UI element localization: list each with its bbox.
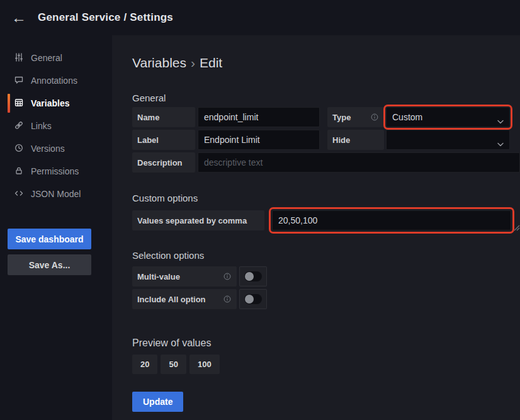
top-header: ← General Service / Settings [0, 0, 520, 35]
breadcrumb-variables-link[interactable]: Variables [132, 55, 186, 70]
toggle-track [244, 271, 262, 281]
sidebar-item-variables[interactable]: Variables [0, 92, 112, 115]
label-label: Label [132, 130, 195, 150]
selection-options-heading: Selection options [132, 250, 204, 261]
sidebar-item-label: JSON Model [31, 189, 81, 199]
toggle-knob [245, 295, 254, 304]
sidebar-item-annotations[interactable]: Annotations [0, 69, 112, 92]
sidebar-item-versions[interactable]: Versions [0, 137, 112, 160]
sliders-icon [14, 52, 24, 64]
type-label-text: Type [332, 113, 351, 122]
lock-icon [14, 166, 24, 178]
sidebar-item-label: Permissions [31, 166, 79, 176]
multi-value-label-text: Multi-value [137, 272, 180, 281]
preview-chip: 50 [161, 355, 186, 374]
sidebar-item-label: General [31, 53, 62, 63]
label-input[interactable] [198, 130, 320, 150]
preview-chip: 20 [132, 355, 157, 374]
breadcrumb-edit: Edit [200, 55, 222, 70]
resize-grip-icon[interactable] [514, 222, 520, 229]
description-input[interactable] [198, 152, 520, 173]
include-all-row: Include All option [132, 289, 267, 309]
table-icon [14, 98, 24, 110]
general-section-heading: General [132, 93, 166, 103]
back-arrow-icon: ← [11, 9, 26, 26]
include-all-toggle[interactable] [239, 289, 267, 309]
settings-sidebar: General Annotations Variables Links V [0, 47, 112, 205]
hide-label-text: Hide [332, 135, 350, 145]
sidebar-item-links[interactable]: Links [0, 115, 112, 137]
save-as-button[interactable]: Save As... [8, 254, 91, 275]
page-title: General Service / Settings [38, 11, 173, 24]
chevron-down-icon [497, 116, 504, 126]
type-select-value: Custom [392, 112, 422, 122]
sidebar-item-general[interactable]: General [0, 47, 112, 69]
link-icon [14, 120, 24, 132]
history-icon [14, 143, 24, 155]
preview-values: 20 50 100 [132, 355, 220, 374]
back-button[interactable]: ← [9, 8, 29, 28]
info-circle-icon[interactable] [370, 113, 379, 122]
include-all-label: Include All option [132, 289, 237, 309]
description-row: Description [132, 152, 520, 173]
update-button[interactable]: Update [132, 392, 183, 412]
sidebar-item-label: Annotations [31, 76, 77, 86]
custom-options-heading: Custom options [132, 193, 198, 203]
name-type-row: Name Type Custom [132, 107, 520, 127]
active-indicator-bar [8, 94, 10, 113]
sidebar-item-label: Links [31, 121, 52, 131]
hide-label: Hide [327, 130, 384, 150]
toggle-track [244, 294, 262, 304]
values-row: Values separated by comma [132, 210, 511, 230]
hide-select[interactable] [386, 130, 510, 150]
settings-page: ← General Service / Settings General Ann… [0, 0, 520, 420]
save-dashboard-button[interactable]: Save dashboard [8, 229, 91, 249]
multi-value-row: Multi-value [132, 266, 267, 287]
sidebar-item-permissions[interactable]: Permissions [0, 160, 112, 183]
values-separated-label: Values separated by comma [132, 210, 264, 230]
values-input-highlight [272, 210, 511, 230]
values-input[interactable] [272, 210, 511, 230]
description-label: Description [132, 152, 195, 173]
type-label: Type [327, 107, 384, 127]
name-input[interactable] [198, 107, 320, 127]
info-circle-icon[interactable] [223, 272, 232, 281]
code-icon [14, 188, 24, 200]
chevron-down-icon [497, 139, 504, 149]
multi-value-label: Multi-value [132, 266, 237, 287]
sidebar-item-label: Versions [31, 144, 65, 154]
preview-chip: 100 [189, 355, 220, 374]
breadcrumb: Variables›Edit [132, 55, 222, 71]
multi-value-toggle[interactable] [239, 266, 267, 287]
toggle-knob [245, 272, 254, 281]
sidebar-item-json-model[interactable]: JSON Model [0, 183, 112, 205]
breadcrumb-separator: › [191, 55, 195, 70]
preview-heading: Preview of values [132, 338, 211, 349]
label-hide-row: Label Hide [132, 130, 520, 150]
comment-icon [14, 75, 24, 87]
general-form: Name Type Custom Label Hide [132, 107, 520, 173]
type-select[interactable]: Custom [386, 107, 510, 127]
sidebar-item-label: Variables [31, 98, 70, 108]
info-circle-icon[interactable] [223, 295, 232, 304]
name-label: Name [132, 107, 195, 127]
include-all-label-text: Include All option [137, 295, 206, 304]
